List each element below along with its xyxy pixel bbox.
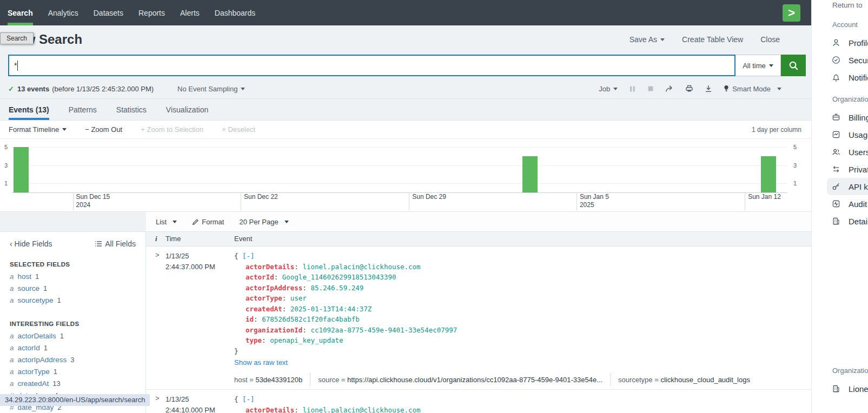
per-page-dropdown[interactable]: 20 Per Page [239,218,288,226]
timeline-bar[interactable] [14,147,29,192]
section-title-organization: Organization [812,95,868,103]
nav-item-reports[interactable]: Reports [131,0,173,25]
panel-item-api-keys[interactable]: API keys [827,178,868,195]
export-button[interactable] [705,85,712,92]
field-item-createdAt[interactable]: acreatedAt13 [0,378,145,390]
meta-sourcetype[interactable]: sourcetype = clickhouse_cloud_audit_logs [610,374,758,387]
event-sampling-dropdown[interactable]: No Event Sampling [177,85,245,93]
nav-item-datasets[interactable]: Datasets [86,0,131,25]
gridline [12,183,787,184]
splunk-logo-icon[interactable]: > [783,4,800,22]
zoom-to-selection-button[interactable]: + Zoom to Selection [141,125,203,134]
json-value[interactable]: 85.246.59.249 [310,284,363,292]
json-key[interactable]: actorDetails [246,263,294,271]
print-button[interactable] [685,85,693,92]
field-item-source[interactable]: asource1 [0,283,145,295]
stop-button[interactable] [647,85,654,92]
panel-item-details[interactable]: Details [827,212,868,230]
meta-source[interactable]: source = https://api.clickhouse.cloud/v1… [310,374,610,387]
tab-visualization[interactable]: Visualization [166,99,208,120]
field-item-actorType[interactable]: aactorType1 [0,366,145,378]
tab-patterns[interactable]: Patterns [69,99,97,120]
panel-item-notifications[interactable]: Notifications [827,69,868,86]
column-header-time[interactable]: Time [165,235,234,243]
json-key[interactable]: id [246,315,254,323]
job-done-check-icon: ✓ [8,85,14,93]
panel-item-audit[interactable]: Audit [827,195,868,212]
json-key[interactable]: organizationId [246,326,302,334]
json-key[interactable]: actorDetails [246,406,294,413]
event-meta: host = 53de4339120b source = https://api… [234,374,811,387]
event-row: > 1/13/25 2:44:37.000 PM { [-] actorDeta… [146,247,811,390]
field-item-host[interactable]: ahost1 [0,271,145,283]
all-fields-button[interactable]: All Fields [95,239,136,248]
json-key[interactable]: actorIpAddress [246,284,302,292]
json-key[interactable]: type [246,336,262,344]
format-results-button[interactable]: Format [192,218,224,226]
zoom-out-button[interactable]: − Zoom Out [85,125,122,134]
search-mode-dropdown[interactable]: Smart Mode [724,85,781,93]
field-count: 1 [44,344,48,352]
deselect-button[interactable]: × Deselect [222,125,255,134]
nav-item-search[interactable]: Search [0,0,41,25]
json-key[interactable]: actorId [246,273,274,281]
close-button[interactable]: Close [760,35,780,44]
pause-button[interactable] [629,85,636,92]
json-value[interactable]: Google_114602629918513043390 [282,273,396,281]
list-icon [95,241,102,247]
search-button[interactable] [781,55,806,76]
format-timeline-dropdown[interactable]: Format Timeline [9,125,67,134]
nav-item-dashboards[interactable]: Dashboards [207,0,263,25]
timeline-bar[interactable] [522,156,538,192]
json-value[interactable]: lionel.palacin@clickhouse.com [302,263,420,271]
json-value[interactable]: cc1092aa-8775-459e-9401-33e54ec07997 [310,326,457,334]
show-raw-text-link[interactable]: Show as raw text [234,357,811,368]
row-expand-chevron-icon[interactable]: > [146,251,165,386]
return-to-link[interactable]: Return to [832,1,863,9]
event-time: 1/13/25 2:44:37.000 PM [165,251,234,386]
field-item-actorId[interactable]: aactorId1 [0,342,145,354]
panel-item-users[interactable]: Users [827,143,868,161]
search-query-input[interactable]: * [8,55,736,76]
print-icon [685,85,693,92]
panel-item-security[interactable]: Security [827,51,868,69]
timeline-plot[interactable]: 553311 [12,142,787,193]
field-item-actorIpAddress[interactable]: aactorIpAddress3 [0,354,145,366]
field-item-sourcetype[interactable]: asourcetype1 [0,295,145,307]
hide-fields-button[interactable]: ‹ Hide Fields [10,239,52,248]
json-value[interactable]: 678526d582c1f20fac4babfb [262,315,360,323]
timeline-panel: Format Timeline − Zoom Out + Zoom to Sel… [0,121,811,212]
x-axis-tick-label: Sun Dec 22 [241,193,278,210]
field-name: actorDetails [18,332,56,340]
json-collapse-toggle[interactable]: [-] [242,395,255,403]
field-item-actorDetails[interactable]: aactorDetails1 [0,330,145,342]
create-table-view-button[interactable]: Create Table View [682,35,743,44]
json-value[interactable]: lionel.palacin@clickhouse.com [302,406,420,413]
meta-host[interactable]: host = 53de4339120b [234,374,310,387]
json-key[interactable]: createdAt [246,305,282,313]
json-value[interactable]: openapi_key_update [270,336,343,344]
save-as-button[interactable]: Save As [630,35,665,44]
panel-item-profile[interactable]: Profile [827,34,868,51]
panel-item-usage[interactable]: Usage [827,126,868,143]
time-range-picker[interactable]: All time [736,55,781,76]
nav-label: Dashboards [215,9,256,17]
json-collapse-toggle[interactable]: [-] [242,252,255,260]
job-menu[interactable]: Job [599,85,618,93]
panel-item-private-endpoints[interactable]: Private [827,161,868,178]
pencil-icon [192,218,199,225]
share-button[interactable] [665,85,674,92]
tab-statistics[interactable]: Statistics [116,99,147,120]
panel-item-organization-lionel[interactable]: Lionel [827,380,868,397]
nav-item-analytics[interactable]: Analytics [41,0,86,25]
nav-item-alerts[interactable]: Alerts [173,0,207,25]
tab-events[interactable]: Events (13) [9,99,49,120]
field-name: host [18,272,32,281]
json-value[interactable]: 2025-01-13T14:44:37Z [290,305,372,313]
json-value[interactable]: user [290,294,307,302]
field-count: 3 [70,356,74,364]
list-view-dropdown[interactable]: List [156,218,177,226]
panel-item-billing[interactable]: Billing [827,109,868,126]
timeline-bar[interactable] [761,156,776,192]
json-key[interactable]: actorType [246,294,282,302]
